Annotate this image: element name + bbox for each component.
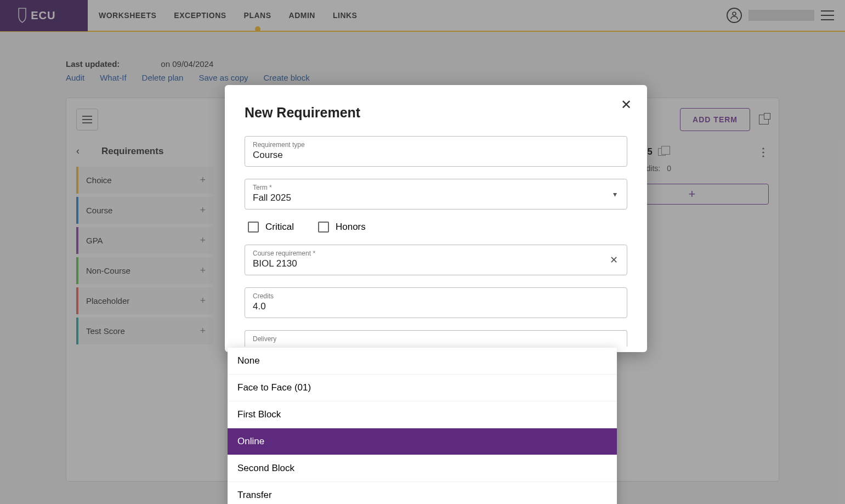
delivery-option-first-block[interactable]: First Block bbox=[228, 401, 617, 428]
delivery-option-second-block[interactable]: Second Block bbox=[228, 455, 617, 482]
term-field-value: Fall 2025 bbox=[253, 192, 619, 203]
checkbox-icon bbox=[318, 222, 329, 233]
chevron-down-icon: ▾ bbox=[613, 190, 617, 199]
course-requirement-value: BIOL 2130 bbox=[253, 258, 619, 269]
checkbox-icon bbox=[248, 222, 259, 233]
critical-label: Critical bbox=[265, 222, 294, 233]
credits-label: Credits bbox=[253, 292, 619, 300]
requirement-type-label: Requirement type bbox=[253, 141, 619, 149]
term-field[interactable]: Term * Fall 2025 ▾ bbox=[245, 179, 627, 209]
credits-value: 4.0 bbox=[253, 301, 619, 312]
requirement-type-value: Course bbox=[253, 150, 619, 161]
requirement-type-field[interactable]: Requirement type Course bbox=[245, 136, 627, 167]
delivery-label: Delivery bbox=[253, 335, 619, 343]
course-requirement-label: Course requirement * bbox=[253, 250, 619, 257]
credits-field[interactable]: Credits 4.0 bbox=[245, 287, 627, 318]
honors-label: Honors bbox=[336, 222, 366, 233]
term-field-label: Term * bbox=[253, 184, 619, 191]
checkbox-row: Critical Honors bbox=[245, 222, 627, 233]
new-requirement-modal: New Requirement ✕ Requirement type Cours… bbox=[225, 85, 647, 352]
delivery-option-none[interactable]: None bbox=[228, 348, 617, 375]
delivery-option-online[interactable]: Online bbox=[228, 428, 617, 455]
delivery-dropdown-menu: NoneFace to Face (01)First BlockOnlineSe… bbox=[228, 348, 617, 504]
delivery-field[interactable]: Delivery bbox=[245, 330, 627, 347]
critical-checkbox[interactable]: Critical bbox=[248, 222, 294, 233]
course-requirement-field[interactable]: Course requirement * BIOL 2130 ✕ bbox=[245, 245, 627, 275]
clear-input-icon[interactable]: ✕ bbox=[610, 254, 618, 266]
modal-close-button[interactable]: ✕ bbox=[621, 97, 632, 112]
delivery-option-face-to-face-01-[interactable]: Face to Face (01) bbox=[228, 375, 617, 401]
modal-title: New Requirement bbox=[245, 105, 627, 121]
honors-checkbox[interactable]: Honors bbox=[318, 222, 366, 233]
delivery-option-transfer[interactable]: Transfer bbox=[228, 482, 617, 504]
